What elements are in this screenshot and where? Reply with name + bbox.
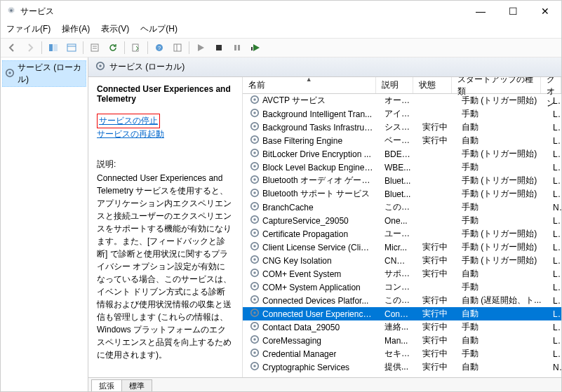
service-name: COM+ Event System — [262, 269, 341, 279]
service-logon: Local S — [547, 256, 561, 266]
show-hide-tree-button[interactable] — [45, 40, 62, 55]
service-name: Background Intelligent Tran... — [262, 109, 372, 119]
service-startup: 手動 — [456, 348, 547, 360]
service-row[interactable]: CaptureService_29050One...手動Local S — [243, 214, 561, 227]
svg-rect-15 — [234, 45, 236, 50]
service-description: 連絡... — [379, 321, 417, 333]
pause-service-button[interactable] — [229, 40, 246, 55]
gear-icon — [250, 334, 260, 346]
column-state[interactable]: 状態 — [413, 77, 452, 93]
service-logon: Local S — [547, 163, 561, 173]
stop-service-button[interactable] — [210, 40, 227, 55]
minimize-button[interactable]: ― — [464, 1, 497, 22]
service-startup: 手動 (トリガー開始) — [456, 188, 547, 200]
column-startup[interactable]: スタートアップの種類 — [452, 77, 541, 93]
service-state: 実行中 — [417, 268, 456, 280]
service-row[interactable]: Block Level Backup Engine ...WBE...手動Loc… — [243, 161, 561, 174]
gear-icon — [250, 161, 260, 173]
service-description: Micr... — [379, 243, 417, 252]
service-state: 実行中 — [417, 334, 456, 346]
help-button[interactable]: ? — [151, 40, 168, 55]
tree-root-item[interactable]: サービス (ローカル) — [2, 60, 86, 87]
svg-point-32 — [253, 151, 256, 154]
menu-view[interactable]: 表示(V) — [101, 23, 129, 35]
properties-button[interactable] — [86, 40, 103, 55]
service-row[interactable]: Client License Service (ClipS...Micr...実… — [243, 241, 561, 254]
svg-point-36 — [253, 178, 256, 181]
service-row[interactable]: Cryptographic Services提供...実行中自動Network — [243, 360, 561, 374]
title-bar: サービス ― ☐ ✕ — [1, 1, 561, 22]
svg-point-54 — [253, 298, 256, 301]
tab-standard[interactable]: 標準 — [121, 379, 152, 391]
tab-extended[interactable]: 拡張 — [91, 379, 122, 391]
description-panel: Connected User Experiences and Telemetry… — [88, 77, 243, 377]
forward-button[interactable] — [22, 40, 39, 55]
view-tabs: 拡張 標準 — [88, 377, 561, 391]
service-startup: 手動 (トリガー開始) — [456, 241, 547, 253]
restart-service-button[interactable] — [247, 40, 264, 55]
svg-rect-1 — [49, 44, 53, 51]
service-row[interactable]: Contact Data_29050連絡...実行中手動Local S — [243, 320, 561, 334]
svg-point-34 — [253, 165, 256, 168]
gear-icon — [250, 321, 260, 333]
service-state: 実行中 — [417, 295, 456, 306]
service-row[interactable]: Base Filtering Engineベース...実行中自動Local S — [243, 134, 561, 147]
service-row[interactable]: Credential Managerセキュ...実行中手動Local S — [243, 347, 561, 360]
service-logon: Local S — [547, 149, 561, 159]
service-row[interactable]: CoreMessagingMan...実行中自動Local S — [243, 334, 561, 347]
service-logon: Local S — [547, 336, 561, 346]
service-row[interactable]: BitLocker Drive Encryption ...BDES...手動 … — [243, 147, 561, 161]
service-row[interactable]: Connected Devices Platfor...このサ...実行中自動 … — [243, 294, 561, 307]
gear-icon — [250, 215, 260, 227]
close-button[interactable]: ✕ — [529, 1, 561, 22]
svg-rect-3 — [67, 44, 76, 51]
content-body: Connected User Experiences and Telemetry… — [88, 77, 561, 377]
start-service-button[interactable] — [192, 40, 209, 55]
service-row[interactable]: Connected User Experience...Conn...実行中自動… — [243, 307, 561, 320]
service-logon: Local S — [547, 309, 561, 319]
maximize-button[interactable]: ☐ — [497, 1, 529, 22]
refresh-button[interactable] — [105, 40, 121, 55]
service-logon: Local S — [547, 176, 561, 186]
column-logon[interactable]: ログオン — [541, 77, 561, 93]
service-row[interactable]: Bluetooth オーディオ ゲートウェ...Bluet...手動 (トリガー… — [243, 174, 561, 187]
svg-marker-13 — [198, 44, 204, 51]
svg-point-24 — [253, 98, 256, 101]
service-startup: 手動 — [456, 281, 547, 293]
menu-file[interactable]: ファイル(F) — [6, 23, 51, 35]
service-row[interactable]: Background Intelligent Tran...アイド...手動Lo… — [243, 107, 561, 121]
export-list-button[interactable] — [128, 40, 145, 55]
gear-icon — [250, 228, 260, 240]
list-panel: 名前 ▲ 説明 状態 スタートアップの種類 ログオン AVCTP サービスオーデ… — [243, 77, 561, 377]
service-row[interactable]: COM+ Event Systemサポー...実行中自動Local S — [243, 267, 561, 281]
menu-action[interactable]: 操作(A) — [62, 23, 90, 35]
stop-service-link[interactable]: サービスの停止 — [99, 115, 158, 127]
service-row[interactable]: Background Tasks Infrastruc...システ...実行中自… — [243, 121, 561, 134]
service-description: サポー... — [379, 268, 417, 280]
main-area: サービス (ローカル) サービス (ローカル) Connected User E… — [1, 58, 561, 391]
service-row[interactable]: CNG Key IsolationCNG ...実行中手動 (トリガー開始)Lo… — [243, 254, 561, 267]
column-description[interactable]: 説明 — [376, 77, 413, 93]
service-description: セキュ... — [379, 348, 417, 360]
toolbar: ? — [1, 38, 561, 58]
column-name[interactable]: 名前 ▲ — [243, 77, 376, 93]
service-name: Client License Service (ClipS... — [262, 243, 373, 252]
service-row[interactable]: COM+ System Applicationコンポ...手動Local S — [243, 281, 561, 294]
details-view-button[interactable] — [63, 40, 80, 55]
service-description: コンポ... — [379, 281, 417, 293]
svg-point-26 — [253, 111, 256, 114]
gear-icon — [250, 268, 260, 280]
service-row[interactable]: BranchCacheこのサ...手動Network — [243, 201, 561, 214]
svg-marker-18 — [253, 44, 260, 51]
service-row[interactable]: Certificate Propagationユーザ...手動 (トリガー開始)… — [243, 227, 561, 241]
service-logon: Local S — [547, 323, 561, 332]
separator — [83, 41, 83, 54]
svg-point-44 — [253, 231, 256, 234]
column-settings-button[interactable] — [169, 40, 186, 55]
menu-help[interactable]: ヘルプ(H) — [140, 23, 178, 35]
service-row[interactable]: Bluetooth サポート サービスBluet...手動 (トリガー開始)Lo… — [243, 187, 561, 201]
description-heading: 説明: — [97, 158, 234, 170]
service-name: Block Level Backup Engine ... — [262, 163, 373, 173]
restart-service-link[interactable]: サービスの再起動 — [97, 128, 234, 140]
back-button[interactable] — [4, 40, 20, 55]
